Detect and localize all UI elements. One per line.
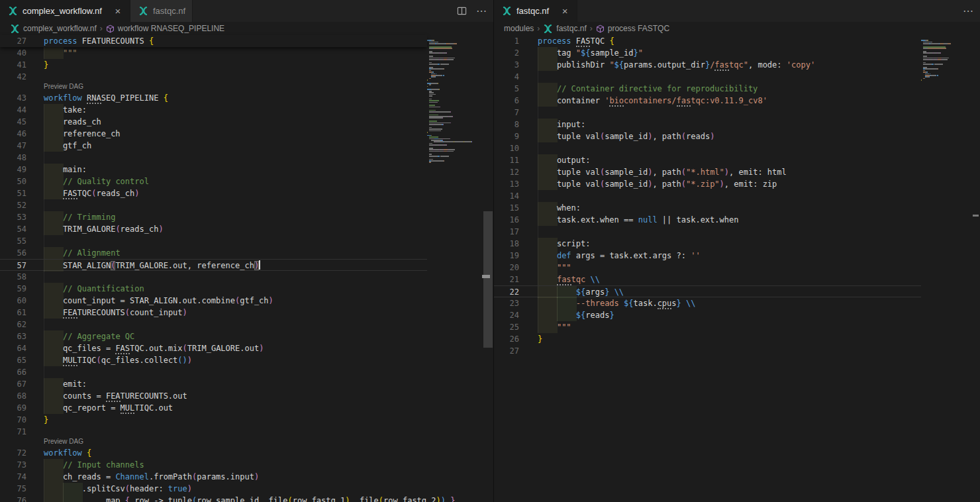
line-number[interactable]: 6 [494, 95, 519, 107]
code-text[interactable]: workflow RNASEQ_PIPELINE { [44, 92, 168, 104]
code-text[interactable]: qc_files = FASTQC.out.mix(TRIM_GALORE.ou… [44, 342, 264, 354]
line-number[interactable]: 20 [494, 262, 519, 274]
line-number[interactable]: 76 [0, 495, 26, 502]
code-text[interactable]: // Container directive for reproducibili… [538, 83, 758, 95]
code-text[interactable]: reads_ch [44, 116, 101, 128]
line-number[interactable]: 54 [0, 223, 26, 235]
code-text[interactable]: emit: [44, 378, 87, 390]
line-number[interactable]: 47 [0, 140, 26, 152]
code-text[interactable]: output: [538, 154, 590, 166]
code-text[interactable]: tuple val(sample_id), path("*.zip"), emi… [538, 178, 777, 190]
code-text[interactable]: FEATURECOUNTS(count_input) [44, 307, 187, 319]
line-number[interactable]: 61 [0, 307, 26, 319]
code-text[interactable]: task.ext.when == null || task.ext.when [538, 214, 738, 226]
code-text[interactable]: workflow { [44, 447, 91, 459]
code-text[interactable]: // Alignment [44, 247, 121, 259]
line-number[interactable]: 60 [0, 295, 26, 307]
code-text[interactable]: ${reads} [538, 309, 614, 321]
code-text[interactable]: fastqc \\ [538, 274, 600, 285]
line-number[interactable]: 45 [0, 116, 26, 128]
code-text[interactable]: script: [538, 238, 590, 250]
code-text[interactable]: // Quality control [44, 176, 149, 187]
line-number[interactable]: 50 [0, 176, 26, 187]
line-number[interactable]: 53 [0, 211, 26, 223]
code-text[interactable]: MULTIQC(qc_files.collect()) [44, 354, 192, 366]
code-text[interactable]: gtf_ch [44, 140, 91, 152]
code-text[interactable]: qc_report = MULTIQC.out [44, 402, 173, 414]
code-text[interactable]: } [538, 333, 542, 345]
close-icon[interactable]: × [560, 6, 570, 17]
line-number[interactable]: 57 [0, 260, 26, 272]
breadcrumb-item[interactable]: modules [504, 24, 534, 33]
split-editor-icon[interactable] [457, 6, 467, 16]
minimap[interactable] [921, 35, 963, 78]
code-text[interactable]: reference_ch [44, 128, 121, 140]
code-text[interactable]: process FEATURECOUNTS { [44, 35, 154, 47]
line-number[interactable]: 18 [494, 238, 519, 250]
line-number[interactable]: 67 [0, 378, 26, 390]
line-number[interactable]: 10 [494, 142, 519, 154]
code-text[interactable]: .splitCsv(header: true) [44, 483, 192, 495]
code-text[interactable]: FASTQC(reads_ch) [44, 187, 140, 199]
line-number[interactable]: 59 [0, 283, 26, 295]
more-actions-icon[interactable]: ⋯ [963, 8, 973, 15]
line-number[interactable]: 42 [0, 71, 26, 83]
line-number[interactable]: 19 [494, 250, 519, 262]
tab-fastqc.nf[interactable]: fastqc.nf× [494, 0, 577, 22]
line-number[interactable]: 16 [494, 214, 519, 226]
breadcrumb-item[interactable]: complex_workflow.nf [10, 24, 97, 34]
code-text[interactable]: publishDir "${params.output_dir}/fastqc"… [538, 59, 815, 71]
codelens-preview-dag[interactable]: Preview DAG [44, 83, 83, 90]
line-number[interactable]: 48 [0, 152, 26, 164]
code-text[interactable]: def args = task.ext.args ?: '' [538, 250, 701, 262]
line-number[interactable]: 27 [494, 345, 519, 357]
line-number[interactable]: 14 [494, 190, 519, 202]
line-number[interactable]: 3 [494, 59, 519, 71]
line-number[interactable]: 17 [494, 226, 519, 238]
line-number[interactable]: 11 [494, 154, 519, 166]
line-number[interactable]: 46 [0, 128, 26, 140]
vertical-scrollbar[interactable] [483, 35, 493, 502]
line-number[interactable]: 43 [0, 92, 26, 104]
code-text[interactable]: """ [538, 321, 571, 333]
scrollbar-thumb[interactable] [483, 211, 493, 348]
line-number[interactable]: 51 [0, 187, 26, 199]
code-text[interactable]: take: [44, 104, 87, 116]
line-number[interactable]: 49 [0, 164, 26, 176]
line-number[interactable]: 62 [0, 319, 26, 330]
line-number[interactable]: 63 [0, 330, 26, 342]
code-text[interactable]: input: [538, 119, 585, 130]
minimap[interactable] [427, 35, 483, 158]
line-number[interactable]: 70 [0, 414, 26, 426]
code-text[interactable]: // Trimming [44, 211, 115, 223]
line-number[interactable]: 21 [494, 274, 519, 285]
line-number[interactable]: 40 [0, 47, 26, 59]
more-actions-icon[interactable]: ⋯ [476, 8, 487, 15]
line-number[interactable]: 68 [0, 390, 26, 402]
tab-complex_workflow.nf[interactable]: complex_workflow.nf× [0, 0, 130, 22]
code-text[interactable]: TRIM_GALORE(reads_ch) [44, 223, 164, 235]
line-number[interactable]: 7 [494, 107, 519, 119]
line-number[interactable]: 71 [0, 426, 26, 438]
code-text[interactable]: .map { row -> tuple(row.sample_id, file(… [44, 495, 455, 502]
code-text[interactable]: """ [538, 262, 571, 274]
line-number[interactable]: 2 [494, 47, 519, 59]
sticky-scroll-line[interactable]: 27process FEATURECOUNTS { [0, 35, 427, 47]
line-number[interactable]: 22 [494, 286, 519, 298]
line-number[interactable]: 58 [0, 271, 26, 283]
code-text[interactable]: when: [538, 202, 581, 214]
line-number[interactable]: 41 [0, 59, 26, 71]
line-number[interactable]: 66 [0, 366, 26, 378]
line-number[interactable]: 23 [494, 297, 519, 309]
line-number[interactable]: 64 [0, 342, 26, 354]
code-text[interactable]: count_input = STAR_ALIGN.out.combine(gtf… [44, 295, 273, 307]
line-number[interactable]: 75 [0, 483, 26, 495]
code-text[interactable]: // Quantification [44, 283, 144, 295]
line-number[interactable]: 9 [494, 130, 519, 142]
code-text[interactable]: main: [44, 164, 87, 176]
line-number[interactable]: 1 [494, 35, 519, 47]
code-text[interactable]: counts = FEATURECOUNTS.out [44, 390, 187, 402]
codelens-preview-dag[interactable]: Preview DAG [44, 438, 83, 445]
code-text[interactable]: STAR_ALIGN(TRIM_GALORE.out, reference_ch… [44, 260, 260, 272]
line-number[interactable]: 55 [0, 235, 26, 247]
